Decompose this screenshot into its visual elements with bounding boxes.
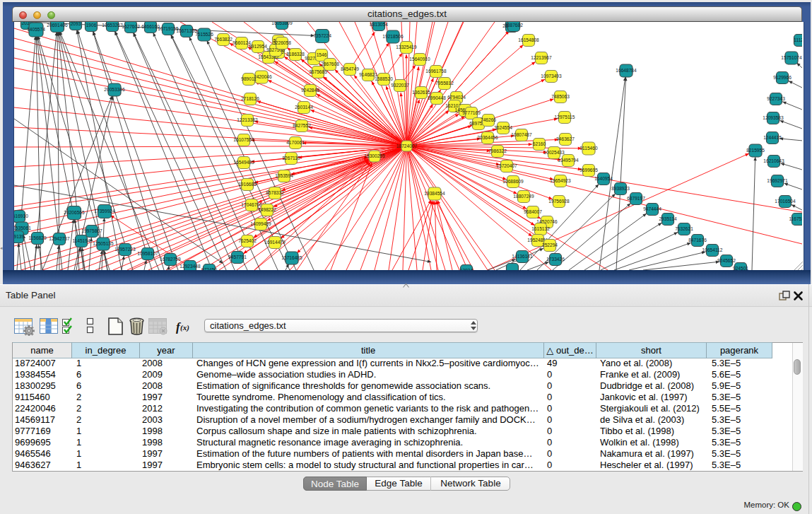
svg-text:9463627: 9463627 [556, 136, 575, 141]
svg-text:16154808: 16154808 [518, 37, 539, 42]
svg-text:8578332: 8578332 [266, 190, 284, 195]
svg-text:8471676: 8471676 [688, 238, 707, 243]
svg-text:16914479: 16914479 [264, 240, 286, 245]
svg-text:10958107: 10958107 [137, 251, 158, 256]
svg-text:4170061: 4170061 [286, 140, 305, 145]
svg-text:5226058: 5226058 [273, 40, 291, 45]
svg-text:20206565: 20206565 [64, 210, 85, 215]
svg-text:3675685: 3675685 [309, 69, 327, 74]
svg-text:2718126: 2718126 [241, 96, 259, 101]
svg-text:9129966: 9129966 [773, 75, 792, 80]
svg-text:9245652: 9245652 [717, 258, 736, 263]
svg-text:9457791: 9457791 [228, 255, 247, 259]
svg-text:1498222: 1498222 [258, 207, 276, 212]
svg-text:39139: 39139 [14, 234, 24, 239]
svg-text:1588520: 1588520 [375, 76, 393, 81]
svg-text:8267110: 8267110 [282, 156, 300, 160]
svg-text:1527602: 1527602 [122, 24, 140, 29]
svg-text:1546: 1546 [317, 52, 327, 57]
svg-text:2616910: 2616910 [14, 214, 28, 218]
svg-text:19975867: 19975867 [81, 228, 102, 233]
svg-text:15640910: 15640910 [409, 57, 430, 62]
svg-text:2603144: 2603144 [295, 105, 313, 110]
svg-text:19384554: 19384554 [424, 191, 445, 196]
svg-text:2887682: 2887682 [505, 23, 523, 28]
svg-text:12505135: 12505135 [93, 241, 114, 246]
svg-text:10973493: 10973493 [541, 74, 562, 78]
svg-text:1733426: 1733426 [546, 257, 565, 262]
svg-text:8813054: 8813054 [370, 22, 388, 27]
svg-text:1156829: 1156829 [28, 235, 47, 240]
svg-text:9684007: 9684007 [524, 209, 542, 214]
svg-text:6794024: 6794024 [447, 95, 466, 100]
svg-text:7357224: 7357224 [313, 33, 331, 38]
svg-text:8427552: 8427552 [293, 123, 311, 128]
svg-text:14099489: 14099489 [250, 221, 271, 226]
svg-text:1535061: 1535061 [14, 226, 31, 230]
svg-text:8215955: 8215955 [746, 148, 765, 153]
svg-text:11124: 11124 [794, 37, 802, 42]
svg-text:6466160: 6466160 [141, 24, 160, 29]
svg-text:18724007: 18724007 [396, 144, 418, 148]
svg-text:62160: 62160 [533, 141, 546, 146]
svg-text:3624554: 3624554 [494, 125, 512, 130]
svg-text:18300295: 18300295 [364, 153, 385, 158]
svg-text:7632621: 7632621 [675, 226, 693, 231]
svg-text:16961758: 16961758 [425, 69, 447, 74]
svg-text:1145194: 1145194 [72, 238, 90, 243]
svg-text:8990448: 8990448 [428, 95, 446, 100]
svg-text:7986322: 7986322 [488, 148, 507, 153]
svg-text:13325419: 13325419 [396, 45, 417, 49]
svg-text:10654112: 10654112 [702, 247, 723, 252]
svg-text:1906: 1906 [86, 23, 97, 28]
svg-text:17046766: 17046766 [241, 202, 262, 207]
svg-text:1244415: 1244415 [763, 135, 782, 140]
svg-text:18807249: 18807249 [513, 194, 534, 199]
svg-text:16210643: 16210643 [763, 158, 784, 163]
svg-text:10653267: 10653267 [102, 23, 123, 28]
svg-text:16648784: 16648784 [616, 68, 637, 73]
svg-text:12975115: 12975115 [555, 115, 575, 119]
svg-text:9322037: 9322037 [391, 83, 409, 88]
svg-text:10025433: 10025433 [543, 150, 565, 155]
svg-text:7955812: 7955812 [435, 81, 454, 86]
svg-text:1916685: 1916685 [238, 182, 257, 187]
svg-text:16671355: 16671355 [176, 28, 197, 33]
svg-text:(x): (x) [180, 323, 189, 332]
svg-text:17016504: 17016504 [775, 199, 796, 204]
svg-text:746266: 746266 [481, 117, 496, 122]
svg-text:8938923: 8938923 [611, 186, 630, 191]
svg-text:12942737: 12942737 [49, 236, 70, 241]
svg-text:12213967: 12213967 [531, 55, 552, 60]
svg-text:7625402: 7625402 [238, 238, 257, 243]
svg-text:2935114: 2935114 [659, 216, 677, 221]
svg-text:13495794: 13495794 [558, 158, 579, 163]
svg-text:8912954: 8912954 [249, 44, 267, 49]
svg-text:16549485: 16549485 [233, 160, 254, 165]
svg-text:972450: 972450 [201, 267, 217, 270]
svg-text:8186328: 8186328 [286, 52, 305, 57]
svg-text:20691406: 20691406 [47, 23, 68, 28]
svg-text:9777169: 9777169 [462, 110, 481, 115]
svg-text:12924: 12924 [460, 268, 473, 270]
svg-text:8454749: 8454749 [341, 66, 359, 71]
svg-text:2867608: 2867608 [321, 62, 339, 66]
svg-text:16107554: 16107554 [233, 137, 254, 142]
svg-text:9242848: 9242848 [301, 88, 319, 93]
svg-text:1353594: 1353594 [275, 173, 293, 178]
svg-text:2093: 2093 [71, 22, 81, 26]
svg-text:10807487: 10807487 [511, 132, 532, 137]
svg-text:16053809: 16053809 [271, 22, 293, 25]
svg-text:10688609: 10688609 [502, 179, 524, 184]
svg-text:12093583: 12093583 [763, 115, 784, 120]
svg-text:924501: 924501 [733, 266, 748, 270]
svg-text:17957223: 17957223 [114, 247, 136, 252]
svg-text:1615132: 1615132 [531, 226, 550, 231]
svg-text:7663822: 7663822 [214, 37, 233, 42]
svg-text:989011: 989011 [241, 76, 257, 81]
svg-text:15720407: 15720407 [496, 163, 517, 168]
svg-text:7515526: 7515526 [195, 32, 213, 37]
svg-text:20364456: 20364456 [477, 135, 498, 140]
svg-text:19692971: 19692971 [767, 178, 788, 183]
svg-text:252294: 252294 [542, 243, 558, 247]
